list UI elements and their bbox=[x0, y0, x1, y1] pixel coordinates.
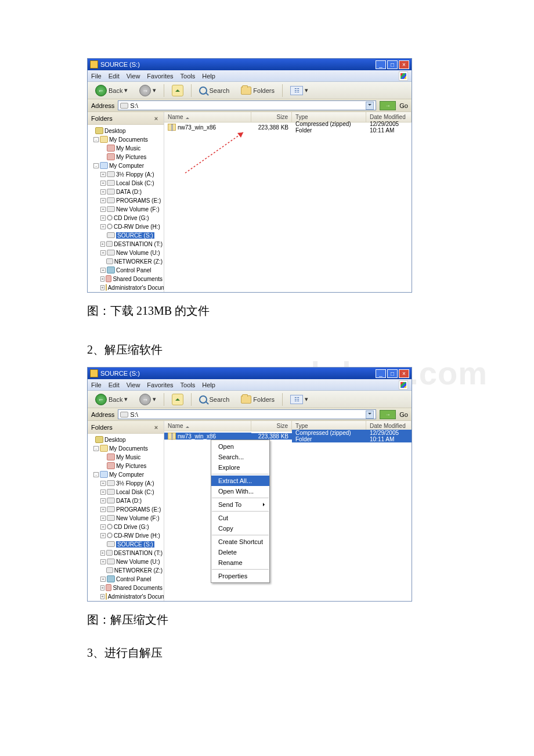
maximize-button[interactable]: □ bbox=[387, 369, 398, 378]
close-button[interactable]: × bbox=[399, 369, 409, 378]
expand-toggle[interactable]: - bbox=[93, 163, 99, 168]
tree-node[interactable]: +DESTINATION (T:) bbox=[100, 240, 163, 248]
tree-node[interactable]: Desktop bbox=[89, 127, 163, 135]
expand-toggle[interactable]: + bbox=[100, 577, 106, 582]
expand-toggle[interactable]: + bbox=[100, 276, 104, 282]
col-name[interactable]: Name bbox=[164, 112, 251, 122]
context-menu-item[interactable]: Rename bbox=[211, 557, 269, 568]
expand-toggle[interactable]: + bbox=[100, 524, 106, 530]
tree-node[interactable]: NETWORKER (Z:) bbox=[100, 566, 163, 574]
tree-node[interactable]: +CD-RW Drive (H:) bbox=[100, 531, 163, 539]
expand-toggle[interactable]: - bbox=[93, 472, 99, 477]
tree-node[interactable]: +CD-RW Drive (H:) bbox=[100, 222, 163, 231]
expand-toggle[interactable]: + bbox=[100, 550, 105, 556]
expand-toggle[interactable]: + bbox=[100, 559, 106, 564]
menu-tools[interactable]: Tools bbox=[181, 381, 196, 388]
tree-node[interactable]: My Music bbox=[100, 453, 163, 461]
menu-edit[interactable]: Edit bbox=[109, 73, 120, 80]
back-button[interactable]: ←Back ▾ bbox=[91, 83, 132, 98]
maximize-button[interactable]: □ bbox=[387, 60, 398, 69]
expand-toggle[interactable]: + bbox=[100, 207, 106, 212]
expand-toggle[interactable]: + bbox=[100, 215, 106, 221]
expand-toggle[interactable]: + bbox=[100, 516, 106, 521]
expand-toggle[interactable]: + bbox=[100, 594, 104, 599]
tree-node[interactable]: +Control Panel bbox=[100, 575, 163, 583]
context-menu-item[interactable]: Send To bbox=[211, 499, 269, 510]
expand-toggle[interactable]: + bbox=[100, 507, 106, 512]
col-size[interactable]: Size bbox=[251, 112, 292, 122]
address-dropdown[interactable] bbox=[366, 102, 374, 110]
tree-node[interactable]: +Administrator's Documents bbox=[100, 283, 163, 291]
address-input[interactable]: S:\ bbox=[118, 100, 376, 110]
tree-node[interactable]: +Local Disk (C:) bbox=[100, 488, 163, 496]
tree-node[interactable]: -My Documents bbox=[93, 135, 163, 143]
expand-toggle[interactable]: + bbox=[100, 268, 106, 273]
tree-node[interactable]: +DATA (D:) bbox=[100, 496, 163, 505]
context-menu-item[interactable]: Explore bbox=[211, 462, 269, 473]
expand-toggle[interactable]: + bbox=[100, 285, 104, 290]
expand-toggle[interactable]: + bbox=[100, 242, 105, 247]
menu-help[interactable]: Help bbox=[202, 73, 215, 80]
context-menu-item[interactable]: Delete bbox=[211, 547, 269, 557]
expand-toggle[interactable]: + bbox=[100, 489, 106, 495]
menu-view[interactable]: View bbox=[127, 73, 140, 80]
tree-node[interactable]: +Shared Documents bbox=[100, 584, 163, 592]
context-menu-item[interactable]: Properties bbox=[211, 571, 269, 581]
tree-node[interactable]: +DESTINATION (T:) bbox=[100, 549, 163, 557]
search-button[interactable]: Search bbox=[195, 394, 233, 405]
tree-node[interactable]: +PROGRAMS (E:) bbox=[100, 505, 163, 513]
folder-tree[interactable]: Desktop-My DocumentsMy MusicMy Pictures-… bbox=[88, 125, 164, 292]
tree-node[interactable]: +Administrator's Documents bbox=[100, 592, 163, 600]
expand-toggle[interactable]: + bbox=[100, 224, 106, 229]
folders-pane-close[interactable]: × bbox=[152, 114, 160, 123]
tree-node[interactable]: +DATA (D:) bbox=[100, 188, 163, 196]
up-button[interactable] bbox=[168, 392, 187, 407]
tree-node[interactable]: +New Volume (F:) bbox=[100, 205, 163, 213]
context-menu-item[interactable]: Create Shortcut bbox=[211, 537, 269, 547]
expand-toggle[interactable]: + bbox=[100, 533, 106, 538]
expand-toggle[interactable]: + bbox=[100, 585, 104, 591]
expand-toggle[interactable]: + bbox=[100, 481, 106, 486]
tree-node[interactable]: SOURCE (S:) bbox=[100, 540, 163, 548]
go-button[interactable]: → bbox=[380, 410, 396, 419]
tree-node[interactable]: +Shared Documents bbox=[100, 275, 163, 283]
titlebar[interactable]: SOURCE (S:) _ □ × bbox=[88, 59, 412, 70]
tree-node[interactable]: SOURCE (S:) bbox=[100, 231, 163, 239]
up-button[interactable] bbox=[168, 83, 187, 98]
menu-favorites[interactable]: Favorites bbox=[147, 73, 173, 80]
expand-toggle[interactable]: + bbox=[100, 172, 106, 177]
expand-toggle[interactable]: + bbox=[100, 250, 106, 255]
tree-node[interactable]: My Music bbox=[100, 144, 163, 152]
folders-button[interactable]: Folders bbox=[237, 394, 279, 405]
context-menu-item[interactable]: Cut bbox=[211, 513, 269, 523]
menu-help[interactable]: Help bbox=[202, 381, 215, 388]
forward-button[interactable]: → ▾ bbox=[135, 392, 160, 407]
tree-node[interactable]: Desktop bbox=[89, 435, 163, 444]
list-item-selected[interactable]: nw73_win_x86 223,388 KB Compressed (zipp… bbox=[164, 431, 412, 441]
list-item[interactable]: nw73_win_x86 223,388 KB Compressed (zipp… bbox=[164, 123, 412, 132]
titlebar[interactable]: SOURCE (S:) _ □ × bbox=[88, 368, 412, 379]
tree-node[interactable]: +3½ Floppy (A:) bbox=[100, 170, 163, 178]
expand-toggle[interactable]: + bbox=[100, 198, 106, 203]
menu-tools[interactable]: Tools bbox=[181, 73, 196, 80]
context-menu[interactable]: OpenSearch...ExploreExtract All...Open W… bbox=[211, 440, 270, 583]
views-button[interactable]: ☷▾ bbox=[286, 393, 312, 406]
tree-node[interactable]: +CD Drive (G:) bbox=[100, 214, 163, 222]
search-button[interactable]: Search bbox=[195, 85, 233, 96]
menu-file[interactable]: File bbox=[91, 73, 102, 80]
menu-favorites[interactable]: Favorites bbox=[147, 381, 173, 388]
minimize-button[interactable]: _ bbox=[376, 60, 386, 69]
folders-button[interactable]: Folders bbox=[237, 85, 279, 96]
col-size[interactable]: Size bbox=[251, 421, 292, 431]
tree-node[interactable]: +CD Drive (G:) bbox=[100, 523, 163, 531]
context-menu-item[interactable]: Copy bbox=[211, 523, 269, 534]
address-input[interactable]: S:\ bbox=[118, 409, 376, 419]
menu-view[interactable]: View bbox=[127, 381, 140, 388]
address-dropdown[interactable] bbox=[366, 411, 374, 419]
col-name[interactable]: Name bbox=[164, 421, 251, 431]
context-menu-item[interactable]: Open With... bbox=[211, 486, 269, 496]
context-menu-item[interactable]: Search... bbox=[211, 452, 269, 462]
tree-node[interactable]: My Pictures bbox=[100, 153, 163, 161]
expand-toggle[interactable]: + bbox=[100, 189, 106, 195]
tree-node[interactable]: -My Computer bbox=[93, 470, 163, 478]
